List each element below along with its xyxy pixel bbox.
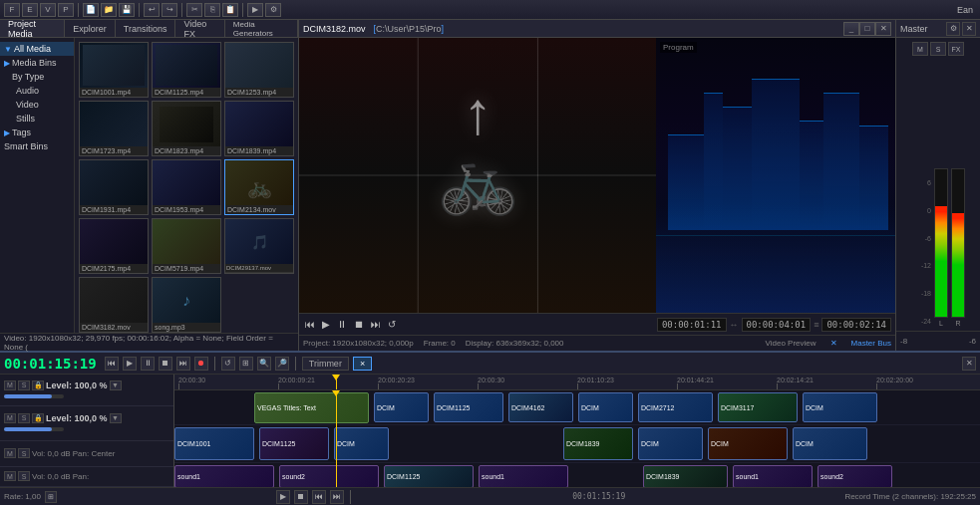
save-btn[interactable]: 💾	[119, 3, 135, 17]
play-btn[interactable]: ▶	[320, 319, 332, 330]
media-item-selected[interactable]: 🚲 DCIM2134.mov	[224, 159, 294, 215]
tree-item-smart-bins[interactable]: Smart Bins	[0, 139, 74, 153]
clip-video2[interactable]: DCIM1125	[259, 427, 329, 460]
new-project-btn[interactable]: 📄	[83, 3, 99, 17]
track-expand-v1[interactable]: ▼	[110, 380, 122, 390]
tab-transitions[interactable]: Transitions	[116, 20, 176, 37]
tl-loop-btn[interactable]: ↺	[221, 357, 235, 371]
stop-btn[interactable]: ⏹	[352, 319, 366, 330]
redo-btn[interactable]: ↪	[162, 3, 177, 17]
track-lock-v2[interactable]: 🔒	[32, 413, 44, 423]
media-item[interactable]: DCIM1723.mp4	[79, 101, 149, 156]
menu-view[interactable]: V	[40, 3, 56, 17]
clip-video2[interactable]: DCIM	[334, 427, 389, 460]
loop-btn[interactable]: ↺	[386, 319, 398, 330]
track-lock-v1[interactable]: 🔒	[32, 380, 44, 390]
tl-go-start-btn[interactable]: ⏮	[105, 357, 119, 371]
footer-settings-btn[interactable]: ⊞	[45, 491, 57, 503]
audio-clip[interactable]: sound1	[733, 465, 813, 487]
track-solo-a1[interactable]: S	[18, 448, 30, 458]
tree-item-media-bins[interactable]: ▶ Media Bins	[0, 56, 74, 70]
clip-video2[interactable]: DCIM	[708, 427, 788, 460]
clip-video[interactable]: DCIM2712	[638, 392, 713, 422]
clip-video[interactable]: DCIM	[374, 392, 429, 422]
audio-fx-btn[interactable]: FX	[948, 42, 964, 56]
prev-frame-btn[interactable]: ⏮	[303, 319, 317, 330]
tab-explorer[interactable]: Explorer	[65, 20, 116, 37]
cut-btn[interactable]: ✂	[186, 3, 202, 17]
level-slider-v1[interactable]	[4, 394, 64, 398]
audio-close-btn[interactable]: ✕	[962, 22, 976, 36]
audio-clip[interactable]: sound1	[479, 465, 568, 487]
media-item[interactable]: DCIM1839.mp4	[224, 101, 294, 156]
tl-go-end-btn[interactable]: ⏭	[176, 357, 190, 371]
track-mute-v1[interactable]: M	[4, 380, 16, 390]
track-solo-v1[interactable]: S	[18, 380, 30, 390]
clip-titles[interactable]: VEGAS Titles: Text	[254, 392, 369, 423]
tl-pause-btn[interactable]: ⏸	[141, 357, 155, 371]
media-item[interactable]: DCIM1125.mp4	[152, 42, 221, 98]
clip-video2[interactable]: DCIM1001	[174, 427, 254, 460]
settings-btn[interactable]: ⚙	[265, 3, 281, 17]
clip-video[interactable]: DCIM	[578, 392, 633, 422]
audio-clip[interactable]: sound2	[817, 465, 892, 487]
timeline-tab[interactable]: ×	[353, 357, 372, 371]
tree-item-audio[interactable]: Audio	[0, 84, 74, 98]
menu-edit[interactable]: E	[22, 3, 38, 17]
media-item[interactable]: DCIM2175.mp4	[79, 218, 149, 274]
open-btn[interactable]: 📁	[101, 3, 117, 17]
tl-zoom-in-btn[interactable]: 🔍	[257, 357, 271, 371]
audio-mute-btn[interactable]: M	[912, 42, 928, 56]
track-mute-a1[interactable]: M	[4, 448, 16, 458]
menu-file[interactable]: F	[4, 3, 20, 17]
track-mute-a2[interactable]: M	[4, 471, 16, 481]
track-expand-v2[interactable]: ▼	[110, 413, 122, 423]
preview-expand-btn[interactable]: □	[859, 22, 875, 36]
render-btn[interactable]: ▶	[247, 3, 263, 17]
tab-video-fx[interactable]: Video FX	[175, 20, 224, 37]
media-item[interactable]: 🎵 DCIM29137.mov	[224, 218, 294, 274]
tree-item-video[interactable]: Video	[0, 98, 74, 112]
menu-project[interactable]: P	[58, 3, 74, 17]
tl-play-btn[interactable]: ▶	[123, 357, 137, 371]
paste-btn[interactable]: 📋	[222, 3, 238, 17]
footer-next-btn[interactable]: ⏭	[330, 490, 344, 504]
audio-solo-btn[interactable]: S	[930, 42, 946, 56]
media-item-audio[interactable]: ♪ song.mp3	[152, 277, 221, 333]
clip-video[interactable]: DCIM	[803, 392, 877, 422]
preview-close-btn[interactable]: ✕	[875, 22, 891, 36]
preview-minimize-btn[interactable]: _	[843, 22, 859, 36]
media-item[interactable]: DCIM5719.mp4	[152, 218, 221, 274]
tab-project-media[interactable]: Project Media	[0, 20, 65, 37]
tl-zoom-out-btn[interactable]: 🔎	[275, 357, 289, 371]
next-frame-btn[interactable]: ⏭	[369, 319, 383, 330]
tl-close-btn[interactable]: ✕	[962, 357, 976, 371]
audio-settings-btn[interactable]: ⚙	[946, 22, 960, 36]
footer-stop-btn[interactable]: ⏹	[294, 490, 308, 504]
trimmer-tab[interactable]: Trimmer	[302, 357, 349, 371]
video-preview-close[interactable]: ✕	[830, 339, 837, 348]
tab-media-generators[interactable]: Media Generators	[225, 20, 298, 37]
media-item[interactable]: DCIM1001.mp4	[79, 42, 149, 98]
footer-prev-btn[interactable]: ⏮	[312, 490, 326, 504]
track-mute-v2[interactable]: M	[4, 413, 16, 423]
clip-video2[interactable]: DCIM	[793, 427, 867, 460]
media-item[interactable]: DCIM1823.mp4	[152, 101, 221, 156]
audio-clip[interactable]: sound1	[174, 465, 274, 487]
media-item[interactable]: DCIM3182.mov	[79, 277, 149, 333]
clip-video[interactable]: DCIM1125	[434, 392, 503, 422]
clip-video[interactable]: DCIM3117	[718, 392, 798, 422]
tree-item-all-media[interactable]: ▼ All Media	[0, 42, 74, 56]
media-item[interactable]: DCIM1931.mp4	[79, 159, 149, 215]
clip-video2[interactable]: DCIM1839	[563, 427, 633, 460]
level-slider-v2[interactable]	[4, 427, 64, 431]
tree-item-tags[interactable]: ▶ Tags	[0, 126, 74, 139]
clip-video[interactable]: DCIM4162	[508, 392, 573, 422]
undo-btn[interactable]: ↩	[144, 3, 160, 17]
copy-btn[interactable]: ⎘	[204, 3, 220, 17]
track-solo-v2[interactable]: S	[18, 413, 30, 423]
audio-clip[interactable]: DCIM1839	[643, 465, 728, 487]
audio-clip[interactable]: sound2	[279, 465, 379, 487]
clip-video2[interactable]: DCIM	[638, 427, 703, 460]
media-item[interactable]: DCIM1253.mp4	[224, 42, 294, 98]
